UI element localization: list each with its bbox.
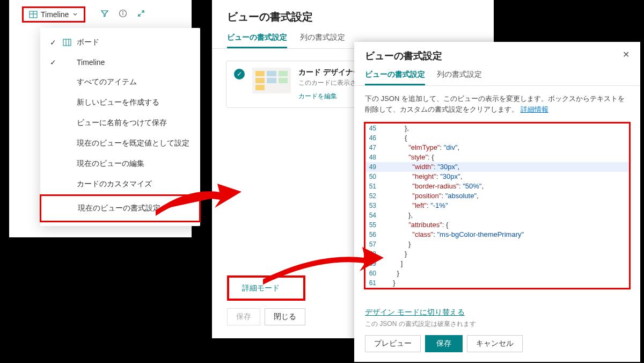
option-label: ビューに名前をつけて保存 [77, 118, 167, 128]
panel3-title: ビューの書式設定 [365, 49, 442, 62]
menu-edit-view[interactable]: 現在のビューの編集 [40, 154, 200, 174]
option-label: すべてのアイテム [77, 77, 137, 87]
panel3-footer: デザイン モードに切り替える この JSON の書式設定は破棄されます プレビュ… [354, 301, 640, 362]
card-thumbnail [252, 68, 291, 93]
learn-more-link[interactable]: 詳細情報 [521, 105, 548, 113]
chevron-down-icon [72, 10, 78, 19]
preview-button[interactable]: プレビュー [365, 335, 421, 352]
design-mode-note: この JSON の書式設定は破棄されます [365, 320, 630, 329]
check-circle-icon: ✓ [234, 69, 245, 79]
panel3-tabs: ビューの書式設定 列の書式設定 [354, 66, 640, 86]
json-editor-panel: ビューの書式設定 ✕ ビューの書式設定 列の書式設定 下の JSON を追加して… [354, 42, 640, 362]
option-label: 現在のビューの編集 [77, 159, 144, 169]
tab-column-format[interactable]: 列の書式設定 [437, 66, 482, 85]
close-button[interactable]: 閉じる [265, 308, 305, 325]
save-button[interactable]: 保存 [425, 335, 463, 352]
board-icon [63, 38, 71, 47]
info-icon[interactable] [119, 9, 127, 20]
option-label: Timeline [77, 58, 105, 67]
json-editor[interactable]: 45 },46 {47 "elmType": "div",48 "style":… [364, 122, 631, 289]
menu-format-current-view[interactable]: 現在のビューの書式設定 [40, 194, 201, 222]
close-icon[interactable]: ✕ [623, 49, 630, 60]
toolbar-actions [100, 9, 145, 20]
save-button[interactable]: 保存 [227, 308, 260, 325]
menu-set-default[interactable]: 現在のビューを既定値として設定 [40, 133, 200, 154]
view-dropdown-menu: ✓ ボード ✓ Timeline すべてのアイテム 新しいビューを作成する ビュ… [40, 28, 200, 226]
check-icon: ✓ [49, 38, 57, 47]
tab-view-format[interactable]: ビューの書式設定 [365, 66, 425, 85]
option-label: 現在のビューを既定値として設定 [77, 139, 189, 148]
svg-line-7 [142, 11, 144, 13]
view-dropdown-panel: Timeline ✓ ボード ✓ Timeline すべてのアイテム [9, 0, 192, 237]
expand-icon[interactable] [137, 9, 145, 20]
advanced-mode-link[interactable]: 詳細モード [242, 284, 280, 292]
check-icon: ✓ [49, 58, 57, 67]
filter-icon[interactable] [100, 9, 109, 20]
design-mode-link[interactable]: デザイン モードに切り替える [365, 308, 630, 317]
option-label: ボード [77, 38, 99, 47]
view-button-label: Timeline [41, 10, 69, 19]
option-label: 現在のビューの書式設定 [78, 204, 160, 213]
view-option-timeline[interactable]: ✓ Timeline [40, 53, 200, 72]
option-label: カードのカスタマイズ [77, 179, 152, 189]
menu-customize-card[interactable]: カードのカスタマイズ [40, 174, 200, 194]
svg-point-6 [123, 12, 123, 12]
svg-marker-3 [101, 11, 108, 17]
json-description: 下の JSON を追加して、このビューの表示を変更します。ボックスからテキストを… [354, 86, 640, 122]
panel-title: ビューの書式設定 [212, 0, 494, 28]
view-toolbar: Timeline [9, 0, 192, 27]
tab-column-format[interactable]: 列の書式設定 [300, 28, 345, 48]
card-edit-link[interactable]: カードを編集 [298, 92, 337, 100]
table-icon [29, 10, 38, 19]
advanced-mode-highlight: 詳細モード [227, 275, 305, 301]
tab-view-format[interactable]: ビューの書式設定 [227, 28, 287, 48]
option-label: 新しいビューを作成する [77, 98, 159, 107]
menu-save-view-as[interactable]: ビューに名前をつけて保存 [40, 113, 200, 133]
menu-create-view[interactable]: 新しいビューを作成する [40, 92, 200, 113]
view-option-all[interactable]: すべてのアイテム [40, 72, 200, 92]
current-view-button[interactable]: Timeline [22, 6, 85, 23]
cancel-button[interactable]: キャンセル [467, 335, 523, 352]
svg-rect-9 [63, 39, 71, 46]
view-option-board[interactable]: ✓ ボード [40, 32, 200, 53]
